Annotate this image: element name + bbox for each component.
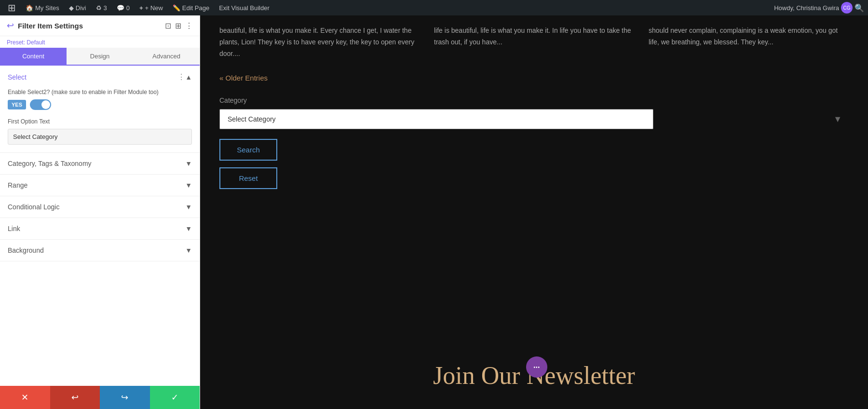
toggle-label: Enable Select2? (make sure to enable in … <box>8 88 192 96</box>
section-range: Range ▼ <box>0 175 200 196</box>
reset-button[interactable]: Reset <box>219 167 277 189</box>
section-select-options[interactable]: ⋮ <box>177 72 185 82</box>
section-conditional: Conditional Logic ▼ <box>0 196 200 218</box>
panel-title: Filter Item Settings <box>18 22 161 30</box>
more-icon[interactable]: ⋮ <box>185 21 193 30</box>
section-link-header[interactable]: Link ▼ <box>0 218 200 239</box>
section-link-toggle[interactable]: ▼ <box>185 225 192 232</box>
pencil-icon: ✏️ <box>173 4 180 12</box>
section-category-header[interactable]: Category, Tags & Taxonomy ▼ <box>0 153 200 174</box>
category-select-wrap: Select Category ▼ <box>219 109 849 129</box>
first-option-label: First Option Text <box>8 118 192 126</box>
admin-bar-wp[interactable]: ⊞ <box>4 0 20 15</box>
chevron-down-icon: ▼ <box>833 114 842 124</box>
blog-post-text-2: life is beautiful, life is what you make… <box>434 25 634 48</box>
cancel-icon: ✕ <box>21 392 28 403</box>
search-icon[interactable]: 🔍 <box>854 3 864 13</box>
section-select-content: Enable Select2? (make sure to enable in … <box>0 88 200 152</box>
category-select[interactable]: Select Category <box>219 109 653 129</box>
category-label: Category <box>219 96 849 104</box>
panel-footer: ✕ ↩ ↪ ✓ <box>0 386 200 409</box>
chat-bubble[interactable] <box>526 356 547 378</box>
section-conditional-header[interactable]: Conditional Logic ▼ <box>0 196 200 218</box>
section-background-header[interactable]: Background ▼ <box>0 240 200 261</box>
preset-selector[interactable]: Preset: Default <box>7 39 45 46</box>
blog-post-3: should never complain, complaining is a … <box>649 25 849 59</box>
search-button[interactable]: Search <box>219 139 277 161</box>
grid-icon[interactable]: ⊞ <box>175 21 181 30</box>
newsletter-section: Join Our Newsletter <box>200 342 868 409</box>
section-conditional-toggle[interactable]: ▼ <box>185 203 192 211</box>
admin-bar-my-sites[interactable]: 🏠 My Sites <box>22 0 63 15</box>
section-select-title: Select <box>8 73 175 81</box>
divi-icon: ◆ <box>69 4 74 12</box>
toggle-switch[interactable] <box>30 99 51 110</box>
tab-design[interactable]: Design <box>67 48 133 65</box>
section-category-toggle[interactable]: ▼ <box>185 160 192 167</box>
section-background-toggle[interactable]: ▼ <box>185 246 192 254</box>
home-icon: 🏠 <box>26 4 33 12</box>
admin-bar-comments[interactable]: 💬 0 <box>113 0 134 15</box>
panel-body: Select ⋮ ▲ Enable Select2? (make sure to… <box>0 66 200 386</box>
recycle-icon: ♻ <box>96 4 102 12</box>
blog-post-1: beautiful, life is what you make it. Eve… <box>219 25 420 59</box>
undo-icon: ↩ <box>71 392 79 403</box>
save-icon: ✓ <box>171 392 178 403</box>
redo-button[interactable]: ↪ <box>100 386 150 409</box>
preset-label: Preset: Default <box>0 36 200 48</box>
comment-icon: 💬 <box>117 4 124 12</box>
admin-bar-new[interactable]: + + New <box>136 0 167 15</box>
section-link: Link ▼ <box>0 218 200 240</box>
toggle-container: YES <box>8 99 192 110</box>
window-icon[interactable]: ⊡ <box>165 21 171 30</box>
section-conditional-title: Conditional Logic <box>8 203 185 211</box>
section-category-title: Category, Tags & Taxonomy <box>8 160 185 167</box>
blog-post-text-3: should never complain, complaining is a … <box>649 25 849 48</box>
older-entries-link[interactable]: « Older Entries <box>219 74 849 82</box>
redo-icon: ↪ <box>121 392 128 403</box>
admin-greeting: Howdy, Christina Gwira <box>774 4 839 12</box>
panel-header: ↩ Filter Item Settings ⊡ ⊞ ⋮ <box>0 15 200 36</box>
admin-bar-right: Howdy, Christina Gwira CG 🔍 <box>774 2 864 14</box>
main-layout: ↩ Filter Item Settings ⊡ ⊞ ⋮ Preset: Def… <box>0 15 868 409</box>
plus-icon: + <box>139 4 143 12</box>
admin-bar: ⊞ 🏠 My Sites ◆ Divi ♻ 3 💬 0 + + New ✏️ E… <box>0 0 868 15</box>
section-link-title: Link <box>8 225 185 232</box>
blog-post-2: life is beautiful, life is what you make… <box>434 25 634 59</box>
section-category-tags: Category, Tags & Taxonomy ▼ <box>0 153 200 175</box>
avatar: CG <box>841 2 853 14</box>
toggle-yes-button[interactable]: YES <box>8 100 26 109</box>
blog-post-text-1: beautiful, life is what you make it. Eve… <box>219 25 420 59</box>
section-select-header[interactable]: Select ⋮ ▲ <box>0 66 200 88</box>
admin-bar-edit-page[interactable]: ✏️ Edit Page <box>169 0 213 15</box>
admin-bar-exit-builder[interactable]: Exit Visual Builder <box>215 0 273 15</box>
panel-tabs: Content Design Advanced <box>0 48 200 66</box>
panel-header-icons: ⊡ ⊞ ⋮ <box>165 21 193 30</box>
section-background: Background ▼ <box>0 240 200 261</box>
wordpress-icon: ⊞ <box>8 2 16 14</box>
tab-content[interactable]: Content <box>0 48 67 65</box>
admin-bar-recycle[interactable]: ♻ 3 <box>92 0 111 15</box>
page-content: beautiful, life is what you make it. Eve… <box>200 15 868 342</box>
toggle-slider-handle <box>41 100 50 109</box>
page-preview: beautiful, life is what you make it. Eve… <box>200 15 868 409</box>
cancel-button[interactable]: ✕ <box>0 386 50 409</box>
section-select-toggle[interactable]: ▲ <box>185 73 192 81</box>
tab-advanced[interactable]: Advanced <box>133 48 200 65</box>
back-button[interactable]: ↩ <box>7 20 14 31</box>
section-range-toggle[interactable]: ▼ <box>185 181 192 189</box>
blog-posts-row: beautiful, life is what you make it. Eve… <box>219 25 849 59</box>
undo-button[interactable]: ↩ <box>50 386 100 409</box>
left-panel: ↩ Filter Item Settings ⊡ ⊞ ⋮ Preset: Def… <box>0 15 200 409</box>
save-button[interactable]: ✓ <box>150 386 200 409</box>
section-background-title: Background <box>8 246 185 254</box>
category-section: Category Select Category ▼ Search Reset <box>219 96 849 189</box>
section-range-title: Range <box>8 181 185 189</box>
first-option-input[interactable] <box>8 129 192 145</box>
admin-bar-divi[interactable]: ◆ Divi <box>65 0 90 15</box>
section-range-header[interactable]: Range ▼ <box>0 175 200 196</box>
section-select: Select ⋮ ▲ Enable Select2? (make sure to… <box>0 66 200 153</box>
